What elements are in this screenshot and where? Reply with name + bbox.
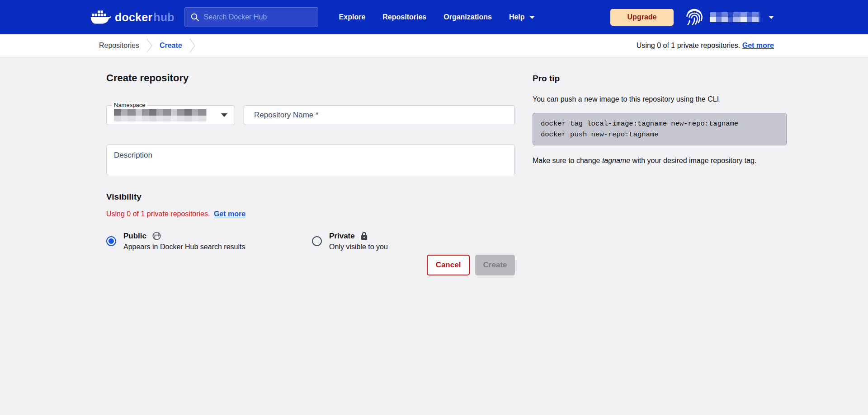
- repository-name-input[interactable]: [244, 105, 515, 125]
- nav-help-label: Help: [509, 13, 525, 21]
- cancel-button[interactable]: Cancel: [427, 255, 470, 275]
- breadcrumb: Repositories Create: [99, 38, 195, 53]
- namespace-select[interactable]: Namespace: [106, 105, 235, 125]
- create-button[interactable]: Create: [475, 255, 515, 275]
- radio-selected-icon[interactable]: [106, 236, 116, 246]
- primary-nav: Explore Repositories Organizations Help: [339, 13, 535, 21]
- visibility-warning: Using 0 of 1 private repositories. Get m…: [106, 210, 515, 218]
- lock-icon: [360, 231, 368, 241]
- globe-icon: [152, 231, 161, 241]
- note-prefix: Make sure to change: [533, 157, 602, 164]
- pro-tip-panel: Pro tip You can push a new image to this…: [533, 72, 787, 275]
- get-more-link[interactable]: Get more: [214, 210, 245, 218]
- cli-code-block: docker tag local-image:tagname new-repo:…: [533, 113, 787, 145]
- visibility-title: Visibility: [106, 192, 515, 202]
- pro-tip-intro: You can push a new image to this reposit…: [533, 95, 787, 103]
- nav-repositories[interactable]: Repositories: [382, 13, 426, 21]
- description-textarea[interactable]: [106, 145, 515, 175]
- private-repo-usage: Using 0 of 1 private repositories. Get m…: [637, 42, 774, 50]
- note-suffix: with your desired image repository tag.: [630, 157, 756, 164]
- private-label: Private: [329, 232, 355, 241]
- chevron-down-icon: [529, 16, 535, 19]
- brand-docker-text: docker: [115, 11, 152, 23]
- navbar-right: Upgrade: [610, 6, 774, 28]
- pro-tip-title: Pro tip: [533, 74, 787, 84]
- private-desc: Only visible to you: [329, 243, 388, 251]
- get-more-link[interactable]: Get more: [742, 42, 774, 49]
- radio-unselected-icon[interactable]: [312, 236, 322, 246]
- code-line: docker push new-repo:tagname: [541, 129, 778, 140]
- breadcrumb-repositories[interactable]: Repositories: [99, 42, 139, 50]
- page-title: Create repository: [106, 72, 515, 84]
- username-redacted: [710, 12, 760, 22]
- pro-tip-note: Make sure to change tagname with your de…: [533, 157, 787, 165]
- chevron-down-icon: [221, 113, 227, 117]
- brand-hub-text: hub: [153, 11, 174, 23]
- public-desc: Appears in Docker Hub search results: [123, 243, 245, 251]
- create-repository-form: Create repository Namespace Visibility U…: [106, 72, 515, 275]
- code-line: docker tag local-image:tagname new-repo:…: [541, 118, 778, 129]
- docker-hub-logo[interactable]: dockerhub: [90, 9, 175, 25]
- top-navbar: dockerhub Explore Repositories Organizat…: [0, 0, 868, 34]
- name-fields-row: Namespace: [106, 105, 515, 125]
- nav-help[interactable]: Help: [509, 13, 535, 21]
- main-content: Create repository Namespace Visibility U…: [0, 57, 868, 275]
- upgrade-button[interactable]: Upgrade: [610, 9, 674, 26]
- visibility-option-public[interactable]: Public Appears in Docker Hub search resu…: [106, 231, 312, 251]
- breadcrumb-create[interactable]: Create: [160, 42, 182, 50]
- breadcrumb-separator-icon: [146, 38, 152, 53]
- namespace-value-redacted: [114, 109, 207, 121]
- note-italic: tagname: [602, 157, 630, 164]
- namespace-label: Namespace: [112, 102, 147, 108]
- form-actions: Cancel Create: [106, 255, 515, 275]
- usage-text: Using 0 of 1 private repositories.: [637, 42, 740, 49]
- breadcrumb-bar: Repositories Create Using 0 of 1 private…: [0, 34, 868, 57]
- user-menu[interactable]: [684, 6, 774, 28]
- nav-organizations[interactable]: Organizations: [443, 13, 492, 21]
- visibility-options: Public Appears in Docker Hub search resu…: [106, 231, 515, 251]
- public-label: Public: [123, 232, 146, 241]
- chevron-down-icon: [769, 16, 774, 19]
- brand-wordmark: dockerhub: [115, 11, 175, 24]
- docker-whale-icon: [90, 9, 111, 25]
- fingerprint-avatar-icon: [684, 6, 705, 28]
- breadcrumb-separator-icon: [189, 38, 195, 53]
- visibility-warning-text: Using 0 of 1 private repositories.: [106, 210, 210, 218]
- search-input[interactable]: [204, 13, 312, 21]
- search-icon: [190, 13, 199, 22]
- nav-explore[interactable]: Explore: [339, 13, 366, 21]
- visibility-option-private[interactable]: Private Only visible to you: [312, 231, 388, 251]
- global-search[interactable]: [184, 7, 318, 27]
